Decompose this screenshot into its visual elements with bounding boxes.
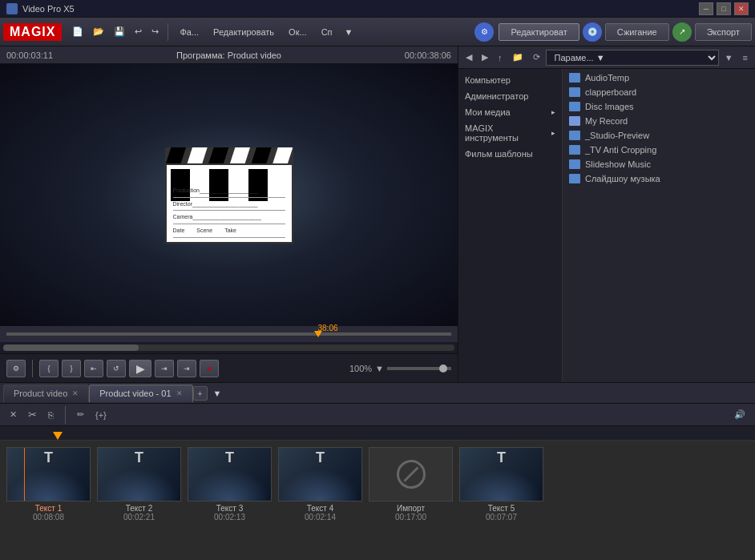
list-item[interactable]: Disc Images — [563, 99, 755, 114]
nav-forward-button[interactable]: ▶ — [478, 50, 492, 65]
tab-close-1[interactable]: ✕ — [72, 389, 79, 397]
tl-pencil-button[interactable]: ✏ — [74, 408, 87, 421]
tab-add-button[interactable]: + — [193, 386, 208, 401]
timeline-track[interactable]: 38:06 — [6, 332, 451, 336]
tab-product-video[interactable]: Product video ✕ — [3, 385, 89, 402]
toolbar-save-button[interactable]: 💾 — [110, 24, 129, 39]
tl-volume-button[interactable]: 🔊 — [731, 408, 749, 421]
zoom-track[interactable] — [387, 367, 451, 370]
title-bar: Video Pro X5 ─ □ ✕ — [0, 0, 755, 18]
settings-button[interactable]: ⚙ — [6, 360, 26, 377]
next-frame-button[interactable]: ⇥ — [155, 360, 174, 377]
list-item[interactable]: My Record — [563, 114, 755, 128]
export-icon: ↗ — [672, 22, 692, 42]
track-thumb-3[interactable]: T — [188, 447, 272, 502]
video-preview: Production___________________ Director__… — [0, 64, 458, 326]
timeline-marker[interactable] — [314, 331, 322, 337]
zoom-thumb[interactable] — [439, 365, 447, 373]
burn-mode-button[interactable]: Сжигание — [605, 23, 669, 41]
tab-close-2[interactable]: ✕ — [176, 389, 183, 397]
tl-copy-button[interactable]: ⎘ — [45, 409, 57, 421]
track-item-2: T Текст 2 00:02:21 — [97, 447, 181, 522]
play-button[interactable]: ▶ — [129, 360, 151, 377]
transport-controls: ⚙ { } ⇤ ↺ ▶ ⇥ ⇥ ● 100% ▼ — [0, 353, 458, 382]
edit-mode-button[interactable]: Редактироват — [499, 23, 579, 41]
loop-button[interactable]: ↺ — [107, 360, 126, 377]
tab-dropdown-button[interactable]: ▼ — [209, 386, 226, 401]
toolbar-open-button[interactable]: 📂 — [89, 24, 108, 39]
toolbar-redo-button[interactable]: ↪ — [147, 24, 163, 39]
nav-back-button[interactable]: ◀ — [462, 50, 476, 65]
folder-icon — [569, 87, 580, 97]
nav-folder-button[interactable]: 📁 — [508, 50, 527, 65]
tree-item-my-media[interactable]: Мои медиа — [458, 104, 562, 120]
thumb-glow-2 — [98, 469, 180, 501]
minimize-button[interactable]: ─ — [699, 2, 713, 15]
tree-item-magix-tools[interactable]: MAGIX инструменты — [458, 120, 562, 146]
track-label-4: Текст 4 — [307, 504, 334, 513]
tl-separator — [65, 406, 66, 424]
breadcrumb-dropdown[interactable]: ▼ — [721, 50, 737, 65]
list-item[interactable]: Slideshow Music — [563, 157, 755, 171]
preview-time-end: 00:00:38:06 — [405, 50, 451, 60]
list-item[interactable]: clapperboard — [563, 85, 755, 99]
file-label: My Record — [585, 116, 628, 126]
timeline-bar[interactable]: 38:06 — [0, 326, 458, 342]
folder-icon — [569, 145, 580, 155]
export-mode-button[interactable]: Экспорт — [695, 23, 752, 41]
tab-product-video-01[interactable]: Product video - 01 ✕ — [89, 385, 192, 402]
export-mode-label: Экспорт — [707, 27, 740, 37]
folder-icon — [569, 159, 580, 169]
track-thumb-4[interactable]: T — [278, 447, 362, 502]
scrollbar-thumb[interactable] — [3, 344, 139, 351]
track-time-5: 00:17:00 — [395, 513, 426, 522]
list-item[interactable]: Слайдшоу музыка — [563, 171, 755, 186]
bottom-tabs: Product video ✕ Product video - 01 ✕ + ▼ — [0, 383, 755, 404]
list-item[interactable]: _TV Anti Cropping — [563, 143, 755, 157]
menu-edit[interactable]: Редактировать — [207, 25, 281, 39]
magix-tools-label: MAGIX инструменты — [465, 123, 548, 143]
tl-delete-button[interactable]: ✕ — [6, 408, 20, 421]
list-item[interactable]: AudioTemp — [563, 71, 755, 85]
menu-ok[interactable]: Ок... — [282, 25, 313, 39]
menu-fa[interactable]: Фа... — [173, 25, 205, 39]
zoom-controls: 100% ▼ — [349, 364, 451, 373]
file-label: clapperboard — [585, 87, 636, 97]
tree-item-templates[interactable]: Фильм шаблоны — [458, 146, 562, 162]
close-button[interactable]: ✕ — [734, 2, 749, 15]
menu-sp[interactable]: Сп — [315, 25, 339, 39]
mark-out-button[interactable]: } — [62, 360, 81, 377]
tree-item-computer[interactable]: Компьютер — [458, 72, 562, 88]
go-start-button[interactable]: ⇤ — [84, 360, 103, 377]
maximize-button[interactable]: □ — [717, 2, 731, 15]
track-thumb-2[interactable]: T — [97, 447, 181, 502]
view-toggle-button[interactable]: ≡ — [739, 50, 752, 65]
track-item-4: T Текст 4 00:02:14 — [278, 447, 362, 522]
list-item[interactable]: _Studio-Preview — [563, 128, 755, 143]
zoom-dropdown-icon[interactable]: ▼ — [375, 364, 384, 373]
menu-arrow[interactable]: ▼ — [341, 25, 357, 39]
folder-icon — [569, 102, 580, 111]
breadcrumb-select[interactable]: Параме... ▼ — [546, 50, 719, 66]
track-item-5: Импорт 00:17:00 — [369, 447, 453, 522]
tab-label-1: Product video — [14, 389, 67, 398]
track-thumb-5[interactable] — [369, 447, 453, 502]
mark-in-button[interactable]: { — [39, 360, 59, 377]
text-icon-2: T — [135, 449, 143, 466]
track-thumb-6[interactable]: T — [459, 447, 543, 502]
ruler-marker — [53, 432, 63, 440]
track-time-6: 00:07:07 — [486, 513, 517, 522]
file-browser-content: Компьютер Администратор Мои медиа MAGIX … — [458, 69, 755, 382]
timeline-scrollbar[interactable] — [3, 344, 454, 351]
toolbar-new-button[interactable]: 📄 — [68, 24, 87, 39]
track-thumb-1[interactable]: T — [6, 447, 91, 502]
tl-cut-button[interactable]: ✂ — [25, 407, 40, 422]
tl-bracket-button[interactable]: {+} — [92, 409, 110, 421]
thumb-glow-1 — [7, 469, 90, 501]
record-button[interactable]: ● — [200, 360, 219, 377]
toolbar-undo-button[interactable]: ↩ — [131, 24, 146, 39]
nav-up-button[interactable]: ↑ — [494, 50, 507, 65]
tree-item-admin[interactable]: Администратор — [458, 88, 562, 104]
go-end-button[interactable]: ⇥ — [177, 360, 196, 377]
nav-sync-button[interactable]: ⟳ — [529, 50, 544, 65]
